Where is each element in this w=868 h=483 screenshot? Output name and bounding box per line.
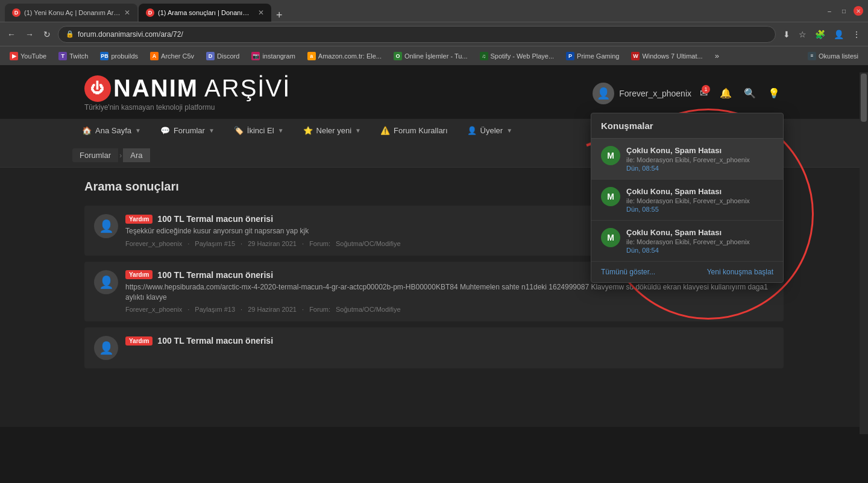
conv-item-3[interactable]: M Çoklu Konu, Spam Hatası ile: Moderasyo…: [591, 221, 783, 262]
conv-item-2[interactable]: M Çoklu Konu, Spam Hatası ile: Moderasyo…: [591, 180, 783, 221]
result-avatar-1: 👤: [94, 214, 118, 238]
theme-toggle-button[interactable]: 💡: [764, 84, 784, 103]
conv-time-link-1[interactable]: 08:54: [642, 165, 659, 172]
nav-item-forumkurallari[interactable]: ⚠️ Forum Kuralları: [371, 119, 458, 144]
tab2-close[interactable]: ✕: [258, 8, 264, 17]
breadcrumb-forumlar[interactable]: Forumlar: [72, 148, 118, 162]
avatar-icon-1: 👤: [99, 219, 114, 233]
probuilds-icon: PB: [100, 52, 108, 60]
nav-item-neleryeni[interactable]: ⭐ Neler yeni ▼: [294, 119, 371, 144]
breadcrumb-ara[interactable]: Ara: [123, 148, 149, 162]
bookmark-amazon-label: Amazon.com.tr: Ele...: [318, 52, 382, 60]
browser-tab-2[interactable]: D (1) Arama sonuçları | Donanım A... ✕: [139, 4, 271, 22]
youtube-icon: ▶: [10, 52, 18, 60]
bookmark-online[interactable]: O Online İşlemler - Tu...: [389, 50, 473, 62]
result-tag-2: Yardım: [125, 270, 153, 279]
nav-item-ikinciel[interactable]: 🏷️ İkinci El ▼: [224, 119, 294, 144]
address-bar[interactable]: 🔒 forum.donanimarsivi.com/ara/72/: [58, 26, 776, 43]
result-forum-1: Soğutma/OC/Modifiye: [336, 240, 401, 247]
back-button[interactable]: ←: [5, 27, 18, 42]
browser-tabs: D (1) Yeni Konu Aç | Donanım Arşivi ✕ D …: [5, 0, 820, 22]
conv-title-3: Çoklu Konu, Spam Hatası: [626, 228, 773, 237]
amazon-icon: a: [307, 52, 316, 60]
result-date-1: 29 Haziran 2021: [248, 240, 297, 247]
alerts-button[interactable]: 🔔: [716, 84, 735, 103]
maximize-button[interactable]: □: [839, 6, 849, 16]
conv-time-link-3[interactable]: 08:54: [642, 247, 659, 254]
nav-forumkurallari-label: Forum Kuralları: [394, 126, 448, 135]
nav-arrow-0: ▼: [135, 127, 141, 134]
reading-list-btn[interactable]: ≡ Okuma listesi: [803, 50, 863, 62]
result-tag-1: Yardım: [125, 215, 153, 224]
bookmark-instagram-label: instangram: [262, 52, 295, 60]
result-avatar-2: 👤: [94, 270, 118, 294]
bookmark-archer-label: Archer C5v: [161, 52, 194, 60]
show-all-link[interactable]: Tümünü göster...: [601, 268, 655, 276]
nav-item-anasayfa[interactable]: 🏠 Ana Sayfa ▼: [72, 119, 151, 144]
close-button[interactable]: ✕: [854, 6, 863, 16]
conv-sub-1: ile: Moderasyon Ekibi, Forever_x_phoenix: [626, 156, 773, 163]
bookmarks-bar: ▶ YouTube T Twitch PB probuilds A Archer…: [0, 46, 868, 65]
nav-forumlar-label: Forumlar: [174, 126, 205, 135]
tag-icon: 🏷️: [234, 126, 244, 135]
bookmark-amazon[interactable]: a Amazon.com.tr: Ele...: [303, 50, 386, 62]
new-conversation-link[interactable]: Yeni konuşma başlat: [707, 268, 773, 276]
page-scrollbar[interactable]: [860, 72, 868, 427]
star-icon: ⭐: [303, 126, 313, 135]
conv-time-2: Dün, 08:55: [626, 206, 773, 213]
bookmark-more[interactable]: »: [710, 49, 724, 62]
bookmark-prime[interactable]: P Prime Gaming: [561, 50, 624, 62]
nav-uyeler-label: Üyeler: [480, 126, 503, 135]
browser-titlebar: D (1) Yeni Konu Aç | Donanım Arşivi ✕ D …: [0, 0, 868, 22]
conversations-dropdown: Konuşmalar M Çoklu Konu, Spam Hatası ile…: [591, 113, 784, 283]
conv-item-1[interactable]: M Çoklu Konu, Spam Hatası ile: Moderasyo…: [591, 139, 783, 180]
bookmark-twitch[interactable]: T Twitch: [54, 50, 93, 62]
result-title-1[interactable]: 100 TL Termal macun önerisi: [157, 214, 273, 224]
twitch-icon: T: [58, 52, 67, 60]
header-actions: 👤 Forever_x_phoenix ✉ 1 🔔 🔍 💡: [593, 83, 784, 104]
bookmark-youtube[interactable]: ▶ YouTube: [5, 50, 51, 62]
logo-icon: ⏻: [84, 75, 111, 102]
tab1-close[interactable]: ✕: [124, 8, 130, 17]
result-tag-3: Yardım: [125, 336, 153, 346]
bookmark-instagram[interactable]: 📷 instangram: [247, 50, 300, 62]
bookmark-probuilds[interactable]: PB probuilds: [95, 50, 143, 62]
conv-title-1: Çoklu Konu, Spam Hatası: [626, 146, 773, 155]
bookmark-spotify[interactable]: ♫ Spotify - Web Playe...: [475, 50, 559, 62]
conv-time-link-2[interactable]: 08:55: [642, 206, 659, 213]
conv-body-1: Çoklu Konu, Spam Hatası ile: Moderasyon …: [626, 146, 773, 172]
extensions-icon[interactable]: 🧩: [813, 27, 828, 42]
browser-tab-1[interactable]: D (1) Yeni Konu Aç | Donanım Arşivi ✕: [5, 4, 137, 22]
result-postnum-1: Paylaşım #15: [195, 240, 235, 247]
scrollbar-thumb[interactable]: [861, 74, 867, 122]
messages-button[interactable]: ✉ 1: [696, 84, 711, 103]
forward-button[interactable]: →: [23, 27, 36, 42]
menu-icon[interactable]: ⋮: [850, 27, 863, 42]
nav-item-forumlar[interactable]: 💬 Forumlar ▼: [151, 119, 224, 144]
minimize-button[interactable]: –: [825, 6, 834, 16]
bookmark-star-icon[interactable]: ☆: [796, 27, 809, 42]
result-avatar-3: 👤: [94, 336, 118, 360]
reload-button[interactable]: ↻: [41, 27, 53, 42]
bookmark-windows[interactable]: W Windows 7 Ultimat...: [626, 50, 707, 62]
result-author-1: Forever_x_phoenix: [125, 240, 182, 247]
conv-sub-2: ile: Moderasyon Ekibi, Forever_x_phoenix: [626, 197, 773, 204]
nav-item-uyeler[interactable]: 👤 Üyeler ▼: [458, 119, 522, 144]
username-label: Forever_x_phoenix: [619, 89, 691, 98]
result-postnum-2: Paylaşım #13: [195, 306, 235, 313]
nav-anasayfa-label: Ana Sayfa: [95, 126, 131, 135]
user-avatar: 👤: [593, 83, 614, 104]
bookmark-discord[interactable]: D Discord: [201, 50, 244, 62]
breadcrumb-separator: ›: [119, 151, 122, 160]
profile-icon[interactable]: 👤: [831, 27, 846, 42]
result-title-2[interactable]: 100 TL Termal macun önerisi: [157, 270, 273, 280]
result-title-3[interactable]: 100 TL Termal macun önerisi: [157, 336, 273, 346]
new-tab-button[interactable]: +: [272, 9, 286, 22]
result-excerpt-2: https://www.hepsiburada.com/arctic-mx-4-…: [125, 282, 774, 303]
bookmark-archer[interactable]: A Archer C5v: [145, 50, 199, 62]
warning-icon: ⚠️: [380, 126, 390, 135]
download-icon[interactable]: ⬇: [781, 27, 793, 42]
conv-title-2: Çoklu Konu, Spam Hatası: [626, 187, 773, 196]
search-header-button[interactable]: 🔍: [740, 84, 760, 103]
reading-list-label: Okuma listesi: [819, 52, 858, 60]
